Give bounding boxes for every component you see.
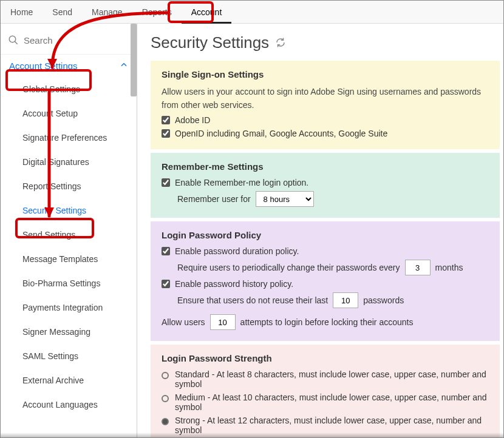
radio-standard[interactable] [162, 372, 169, 379]
sidebar-item-signature-preferences[interactable]: Signature Preferences [1, 126, 137, 150]
section-title-sso: Single Sign-on Settings [162, 69, 489, 79]
checkbox-remember-enable[interactable] [162, 178, 170, 187]
nav-manage[interactable]: Manage [82, 1, 132, 24]
sidebar-item-account-setup[interactable]: Account Setup [1, 101, 137, 126]
svg-line-1 [15, 41, 18, 44]
page-title-text: Security Settings [151, 33, 269, 52]
input-hist-count[interactable] [333, 292, 358, 308]
sidebar-item-message-templates[interactable]: Message Templates [1, 247, 137, 271]
nav-send[interactable]: Send [43, 1, 82, 24]
sidebar-item-saml-settings[interactable]: SAML Settings [1, 344, 137, 368]
label-remember-enable: Enable Remember-me login option. [175, 178, 308, 187]
label-hist-suffix: passwords [363, 295, 404, 305]
label-dur-suffix: months [435, 263, 463, 272]
input-allow-attempts[interactable] [210, 314, 236, 330]
chevron-up-icon [120, 61, 128, 71]
search-icon [8, 35, 19, 45]
sidebar-item-send-settings[interactable]: Send Settings [1, 223, 137, 247]
section-title-strength: Login Password Strength [162, 353, 489, 363]
content: Security Settings Single Sign-on Setting… [137, 24, 503, 437]
section-remember-me: Remember-me Settings Enable Remember-me … [151, 153, 500, 218]
label-standard: Standard - At least 8 characters, must i… [175, 369, 489, 389]
svg-point-0 [9, 36, 16, 42]
label-dur-prefix: Require users to periodically change the… [177, 263, 400, 272]
sidebar-group-account-settings[interactable]: Account Settings [1, 54, 137, 77]
section-password-policy: Login Password Policy Enable password du… [151, 221, 500, 341]
label-openid: OpenID including Gmail, Google Accounts,… [175, 129, 387, 138]
sidebar-group-label: Account Settings [9, 61, 78, 71]
bottom-shadow [1, 433, 503, 437]
section-password-strength: Login Password Strength Standard - At le… [151, 345, 500, 437]
sidebar-item-external-archive[interactable]: External Archive [1, 368, 137, 393]
label-medium: Medium - At least 10 characters, must in… [175, 393, 489, 412]
checkbox-adobe-id[interactable] [162, 116, 170, 124]
sidebar-item-security-settings[interactable]: Security Settings [1, 198, 137, 223]
label-dur-enable: Enable password duration policy. [175, 246, 299, 256]
section-title-pwpol: Login Password Policy [162, 230, 489, 240]
checkbox-hist-enable[interactable] [162, 280, 170, 288]
checkbox-openid[interactable] [162, 129, 170, 138]
nav-home[interactable]: Home [1, 1, 43, 24]
sidebar-item-global-settings[interactable]: Global Settings [1, 77, 137, 101]
page-title: Security Settings [151, 33, 500, 52]
top-nav: Home Send Manage Reports Account [1, 1, 503, 24]
label-adobe-id: Adobe ID [175, 115, 210, 125]
label-remember-prefix: Remember user for [177, 194, 251, 204]
label-hist-prefix: Ensure that users do not reuse their las… [177, 295, 328, 305]
radio-strong[interactable] [162, 418, 169, 425]
section-sso: Single Sign-on Settings Allow users in y… [151, 61, 500, 149]
checkbox-dur-enable[interactable] [162, 247, 170, 255]
scrollbar-thumb[interactable] [131, 24, 137, 96]
select-remember-duration[interactable]: 8 hours [256, 191, 314, 207]
sidebar-item-account-languages[interactable]: Account Languages [1, 393, 137, 417]
sidebar: Account Settings Global Settings Account… [1, 24, 137, 437]
sidebar-item-signer-messaging[interactable]: Signer Messaging [1, 320, 137, 344]
radio-medium[interactable] [162, 395, 169, 402]
sidebar-item-payments-integration[interactable]: Payments Integration [1, 295, 137, 320]
sidebar-item-bio-pharma-settings[interactable]: Bio-Pharma Settings [1, 271, 137, 295]
label-hist-enable: Enable password history policy. [175, 279, 293, 289]
label-allow-prefix: Allow users [162, 317, 205, 327]
search-wrap [1, 30, 137, 54]
sidebar-list: Global Settings Account Setup Signature … [1, 77, 137, 417]
refresh-icon[interactable] [275, 33, 286, 52]
search-input[interactable] [24, 35, 129, 45]
nav-reports[interactable]: Reports [132, 1, 182, 24]
label-allow-suffix: attempts to login before locking their a… [240, 317, 414, 327]
sso-desc: Allow users in your account to sign into… [162, 86, 489, 112]
sidebar-item-digital-signatures[interactable]: Digital Signatures [1, 150, 137, 174]
nav-account[interactable]: Account [182, 1, 232, 24]
sidebar-item-report-settings[interactable]: Report Settings [1, 174, 137, 198]
input-dur-months[interactable] [405, 260, 431, 275]
section-title-remember: Remember-me Settings [162, 161, 489, 172]
